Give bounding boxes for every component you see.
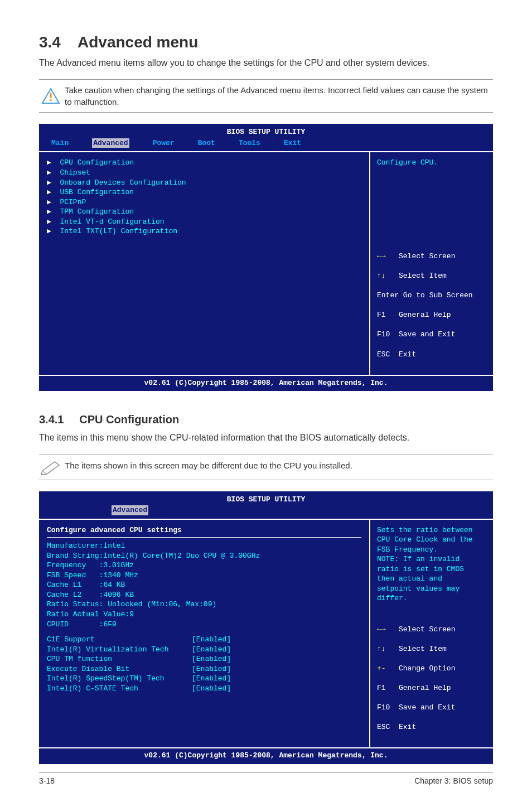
chapter-label: Chapter 3: BIOS setup bbox=[414, 776, 493, 785]
nav-line: Exit bbox=[399, 350, 416, 359]
help-line: NOTE: If an invalid bbox=[377, 554, 486, 564]
help-line: setpoint values may bbox=[377, 584, 486, 594]
nav-line: Select Item bbox=[399, 645, 447, 653]
arrow-lr-icon: ←→ bbox=[377, 625, 399, 634]
nav-line: Change Option bbox=[399, 664, 455, 673]
nav-key: +- bbox=[377, 664, 386, 673]
tab-main: Main bbox=[51, 138, 69, 148]
bios-nav-hints: ←→ Select Screen ↑↓ Select Item +- Chang… bbox=[377, 615, 486, 742]
menu-item: TPM Configuration bbox=[60, 207, 134, 216]
option-label: Execute Disable Bit bbox=[47, 664, 192, 674]
triangle-icon: ▶ bbox=[47, 178, 60, 187]
tab-boot: Boot bbox=[198, 138, 215, 148]
arrow-ud-icon: ↑↓ bbox=[377, 272, 399, 280]
help-line: CPU Core Clock and the bbox=[377, 535, 486, 545]
triangle-icon: ▶ bbox=[47, 158, 60, 167]
section-name: Advanced menu bbox=[78, 33, 198, 51]
option-label: Intel(R) Virtualization Tech bbox=[47, 645, 192, 655]
menu-item: Chipset bbox=[60, 168, 90, 177]
tab-exit: Exit bbox=[284, 138, 301, 148]
caution-icon bbox=[39, 84, 62, 108]
help-line: Sets the ratio between bbox=[377, 525, 486, 535]
nav-key: F10 bbox=[377, 703, 390, 712]
nav-line: Save and Exit bbox=[399, 330, 455, 339]
cpu-info-line: Frequency :3.01GHz bbox=[47, 561, 361, 571]
cpu-info-line: Manufacturer:Intel bbox=[47, 541, 361, 551]
cpu-info-line: Ratio Status: Unlocked (Min:06, Max:09) bbox=[47, 600, 361, 610]
nav-line: General Help bbox=[399, 311, 451, 319]
bios-right-panel: Configure CPU. ←→ Select Screen ↑↓ Selec… bbox=[370, 152, 493, 374]
nav-key: Enter bbox=[377, 291, 399, 299]
help-line: FSB Frequency. bbox=[377, 545, 486, 555]
svg-rect-1 bbox=[50, 93, 52, 98]
option-value: [Enabled] bbox=[192, 635, 231, 644]
option-value: [Enabled] bbox=[192, 684, 231, 693]
option-value: [Enabled] bbox=[192, 665, 231, 673]
menu-item: PCIPnP bbox=[60, 198, 86, 206]
bios-screenshot-advanced-menu: BIOS SETUP UTILITY Main Advanced Power B… bbox=[39, 124, 493, 391]
intro-paragraph: The Advanced menu items allow you to cha… bbox=[39, 57, 493, 69]
triangle-icon: ▶ bbox=[47, 168, 60, 177]
cpu-info-line: Cache L2 :4096 KB bbox=[47, 590, 361, 600]
bios-section-header: Configure advanced CPU settings bbox=[47, 525, 361, 538]
subsection-title: 3.4.1 CPU Configuration bbox=[39, 413, 493, 426]
nav-key: F1 bbox=[377, 684, 386, 692]
subsection-number: 3.4.1 bbox=[39, 413, 64, 426]
bios-menubar: Main Advanced Power Boot Tools Exit bbox=[39, 137, 493, 152]
option-value: [Enabled] bbox=[192, 655, 231, 663]
triangle-icon: ▶ bbox=[47, 207, 60, 216]
nav-key: F10 bbox=[377, 330, 390, 339]
triangle-icon: ▶ bbox=[47, 218, 60, 226]
tab-advanced: Advanced bbox=[92, 138, 129, 148]
page-footer: 3-18 Chapter 3: BIOS setup bbox=[39, 772, 493, 785]
bios-screenshot-cpu-config: BIOS SETUP UTILITY Advanced Configure ad… bbox=[39, 491, 493, 764]
nav-line: Go to Sub Screen bbox=[403, 291, 473, 299]
cpu-info-line: Cache L1 :64 KB bbox=[47, 580, 361, 590]
nav-line: Select Screen bbox=[399, 252, 455, 260]
bios-title: BIOS SETUP UTILITY bbox=[39, 124, 493, 137]
cpu-info-line: Ratio Actual Value:9 bbox=[47, 610, 361, 620]
tab-power: Power bbox=[153, 138, 175, 148]
menu-item: Intel VT-d Configuration bbox=[60, 218, 164, 226]
section-number: 3.4 bbox=[39, 33, 61, 51]
option-value: [Enabled] bbox=[192, 674, 231, 683]
bios-help-text: Configure CPU. bbox=[377, 158, 486, 241]
nav-line: General Help bbox=[399, 684, 451, 692]
option-label: Intel(R) SpeedStep(TM) Tech bbox=[47, 674, 192, 684]
bios-left-panel: Configure advanced CPU settings Manufact… bbox=[39, 520, 370, 747]
svg-rect-2 bbox=[50, 99, 52, 101]
note-icon bbox=[39, 460, 62, 475]
bios-left-panel: ▶ CPU Configuration ▶ Chipset ▶ Onboard … bbox=[39, 152, 370, 374]
option-label: C1E Support bbox=[47, 635, 192, 645]
nav-line: Save and Exit bbox=[399, 703, 455, 712]
option-label: Intel(R) C-STATE Tech bbox=[47, 684, 192, 694]
arrow-lr-icon: ←→ bbox=[377, 252, 399, 260]
tab-tools: Tools bbox=[239, 138, 260, 148]
nav-line: Select Screen bbox=[399, 625, 455, 634]
bios-menubar: Advanced bbox=[39, 504, 493, 519]
bios-title: BIOS SETUP UTILITY bbox=[39, 491, 493, 505]
bios-help-text: Sets the ratio between CPU Core Clock an… bbox=[377, 525, 486, 603]
bios-nav-hints: ←→ Select Screen ↑↓ Select Item Enter Go… bbox=[377, 241, 486, 369]
triangle-icon: ▶ bbox=[47, 227, 60, 235]
page-number: 3-18 bbox=[39, 776, 55, 785]
caution-text: Take caution when changing the settings … bbox=[62, 84, 493, 108]
option-label: CPU TM function bbox=[47, 654, 192, 664]
menu-item: Intel TXT(LT) Configuration bbox=[60, 227, 177, 235]
section-title: 3.4 Advanced menu bbox=[39, 33, 493, 51]
subsection-name: CPU Configuration bbox=[79, 413, 179, 426]
nav-key: ESC bbox=[377, 723, 390, 731]
nav-key: ESC bbox=[377, 350, 390, 359]
nav-line: Select Item bbox=[399, 272, 447, 280]
cpu-info-line: Brand String:Intel(R) Core(TM)2 Duo CPU … bbox=[47, 551, 361, 561]
nav-key: F1 bbox=[377, 311, 386, 319]
note-text: The items shown in this screen may be di… bbox=[62, 460, 352, 475]
bios-copyright: v02.61 (C)Copyright 1985-2008, American … bbox=[39, 376, 493, 392]
menu-item: CPU Configuration bbox=[60, 158, 134, 167]
caution-callout: Take caution when changing the settings … bbox=[39, 79, 493, 113]
note-callout: The items shown in this screen may be di… bbox=[39, 455, 493, 480]
help-line: ratio is set in CMOS bbox=[377, 564, 486, 574]
nav-line: Exit bbox=[399, 723, 416, 731]
cpu-info-line: FSB Speed :1340 MHz bbox=[47, 571, 361, 581]
triangle-icon: ▶ bbox=[47, 198, 60, 206]
